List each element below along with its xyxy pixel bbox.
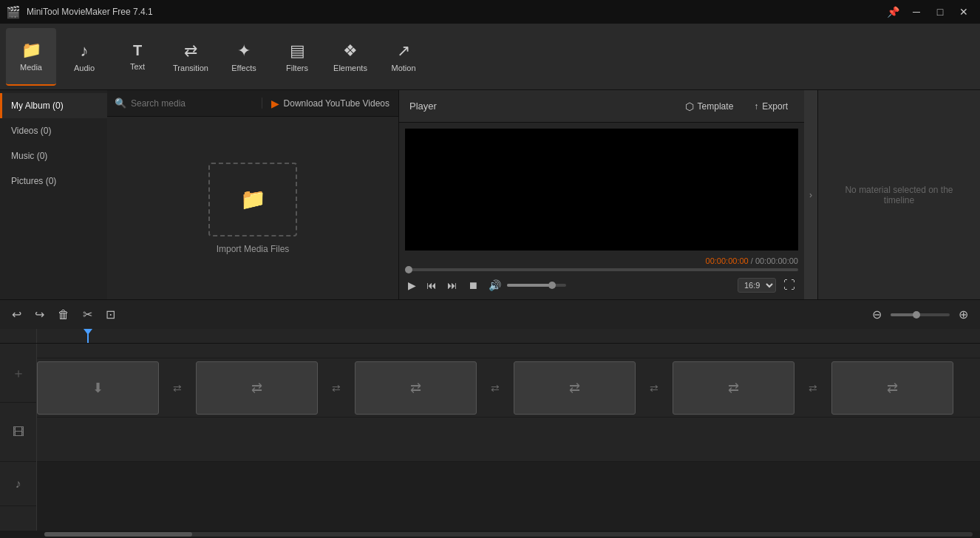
toolbar-effects-label: Effects: [231, 64, 256, 72]
import-media-button[interactable]: 📁: [208, 163, 297, 236]
sidebar-nav: My Album (0) Videos (0) Music (0) Pictur…: [0, 90, 107, 299]
left-panel: My Album (0) Videos (0) Music (0) Pictur…: [0, 90, 399, 299]
player-title: Player: [409, 101, 437, 112]
aspect-ratio-select[interactable]: 16:9 9:16 1:1 4:3: [738, 278, 776, 293]
track-transition-4[interactable]: ⇄: [636, 361, 673, 415]
timeline: ＋ 🎞 ♪ ⬇ ⇄ ⇄: [0, 329, 980, 538]
timeline-controls-right: ⊖ ⊕: [868, 304, 973, 324]
track-clip-4[interactable]: ⇄: [514, 361, 636, 415]
left-content: My Album (0) Videos (0) Music (0) Pictur…: [0, 90, 398, 299]
toolbar-text-label: Text: [130, 62, 145, 71]
toolbar-transition[interactable]: ⇄ Transition: [166, 28, 216, 86]
undo-button[interactable]: ↩: [7, 304, 26, 324]
zoom-slider[interactable]: [891, 313, 950, 316]
sidebar-item-music[interactable]: Music (0): [0, 143, 107, 168]
zoom-plus-button[interactable]: ⊕: [954, 304, 973, 324]
transition-icon-1: ⇄: [173, 382, 182, 394]
add-track-icon[interactable]: ＋: [0, 344, 36, 403]
toolbar-elements-label: Elements: [333, 64, 367, 72]
audio-icon: ♪: [81, 41, 89, 61]
toolbar-effects[interactable]: ✦ Effects: [219, 28, 269, 86]
sidebar-videos-label: Videos (0): [11, 126, 51, 136]
toolbar-text[interactable]: T Text: [112, 28, 163, 86]
search-input-wrap: 🔍: [107, 98, 262, 109]
timeline-tracks: ＋ 🎞 ♪ ⬇ ⇄ ⇄: [0, 344, 980, 531]
stop-button[interactable]: ⏹: [465, 278, 481, 293]
toolbar-audio[interactable]: ♪ Audio: [59, 28, 109, 86]
track-transition-1[interactable]: ⇄: [159, 361, 196, 415]
sidebar-item-videos[interactable]: Videos (0): [0, 118, 107, 143]
delete-button[interactable]: 🗑: [53, 305, 74, 324]
toolbar-filters[interactable]: ▤ Filters: [272, 28, 322, 86]
toolbar: 📁 Media ♪ Audio T Text ⇄ Transition ✦ Ef…: [0, 24, 980, 90]
app-title: MiniTool MovieMaker Free 7.4.1: [27, 7, 153, 17]
import-folder-icon: 📁: [240, 187, 266, 211]
scrollbar-track[interactable]: [44, 532, 973, 537]
volume-button[interactable]: 🔊: [486, 278, 504, 293]
toolbar-media[interactable]: 📁 Media: [6, 28, 56, 86]
progress-track[interactable]: [405, 268, 798, 271]
redo-button[interactable]: ↪: [30, 304, 49, 324]
search-input[interactable]: [131, 98, 254, 109]
minimize-button[interactable]: ─: [906, 1, 927, 22]
youtube-download-label: Download YouTube Videos: [284, 98, 389, 109]
timeline-scrollbar: [0, 531, 980, 538]
toolbar-elements[interactable]: ❖ Elements: [325, 28, 375, 86]
close-button[interactable]: ✕: [953, 1, 974, 22]
next-button[interactable]: ⏭: [444, 278, 460, 293]
export-button[interactable]: ↑ Export: [748, 98, 794, 115]
track-transition-3[interactable]: ⇄: [477, 361, 514, 415]
media-area: 🔍 ▶ Download YouTube Videos 📁 Import Med…: [107, 90, 398, 299]
clip-icon-2: ⇄: [251, 380, 262, 396]
clip-icon-4: ⇄: [569, 380, 580, 396]
clip-icon-6: ⇄: [887, 380, 898, 396]
no-material-message: No material selected on the timeline: [818, 90, 980, 299]
right-panel-toggle[interactable]: ›: [804, 90, 817, 299]
track-clip-1[interactable]: ⬇: [37, 361, 159, 415]
pin-button[interactable]: 📌: [882, 1, 903, 22]
titlebar: 🎬 MiniTool MovieMaker Free 7.4.1 📌 ─ □ ✕: [0, 0, 980, 24]
video-canvas: [405, 129, 798, 251]
track-clip-6[interactable]: ⇄: [831, 361, 953, 415]
sidebar-pictures-label: Pictures (0): [11, 176, 56, 186]
chevron-right-icon: ›: [809, 190, 812, 200]
import-label: Import Media Files: [217, 244, 290, 254]
volume-slider[interactable]: [507, 284, 566, 287]
scrollbar-thumb[interactable]: [44, 532, 192, 537]
track-transition-5[interactable]: ⇄: [794, 361, 831, 415]
media-icon: 📁: [21, 41, 41, 60]
audio-note-icon: ♪: [16, 477, 21, 491]
cut-button[interactable]: ✂: [78, 304, 97, 324]
right-section: Player ⬡ Template ↑ Export 00:00:0: [399, 90, 980, 299]
playhead[interactable]: [87, 329, 89, 343]
zoom-minus-button[interactable]: ⊖: [868, 304, 886, 324]
youtube-download-button[interactable]: ▶ Download YouTube Videos: [262, 98, 398, 109]
motion-icon: ↗: [397, 41, 410, 61]
prev-button[interactable]: ⏮: [423, 278, 440, 293]
clip-icon-5: ⇄: [728, 380, 739, 396]
progress-handle[interactable]: [405, 266, 412, 273]
playhead-marker: [84, 329, 92, 335]
track-clip-3[interactable]: ⇄: [355, 361, 477, 415]
main-area: My Album (0) Videos (0) Music (0) Pictur…: [0, 90, 980, 299]
play-button[interactable]: ▶: [405, 278, 419, 293]
timeline-ruler: [37, 329, 980, 343]
toolbar-motion[interactable]: ↗ Motion: [378, 28, 429, 86]
audio-track-icon: ♪: [0, 462, 36, 506]
timeline-sidebar-spacer: [0, 329, 37, 343]
track-transition-2[interactable]: ⇄: [318, 361, 355, 415]
track-clip-5[interactable]: ⇄: [673, 361, 794, 415]
fullscreen-button[interactable]: ⛶: [780, 277, 798, 293]
maximize-button[interactable]: □: [930, 1, 950, 22]
sidebar-item-pictures[interactable]: Pictures (0): [0, 168, 107, 194]
template-button[interactable]: ⬡ Template: [679, 98, 740, 115]
video-track-icon: 🎞: [0, 403, 36, 462]
sidebar-item-my-album[interactable]: My Album (0): [0, 93, 107, 118]
search-icon: 🔍: [115, 98, 126, 109]
timeline-header: [0, 329, 980, 344]
export-label: Export: [762, 101, 788, 112]
transition-icon-4: ⇄: [650, 382, 659, 394]
track-clip-2[interactable]: ⇄: [196, 361, 318, 415]
crop-button[interactable]: ⊡: [101, 304, 120, 324]
titlebar-left: 🎬 MiniTool MovieMaker Free 7.4.1: [6, 5, 153, 19]
